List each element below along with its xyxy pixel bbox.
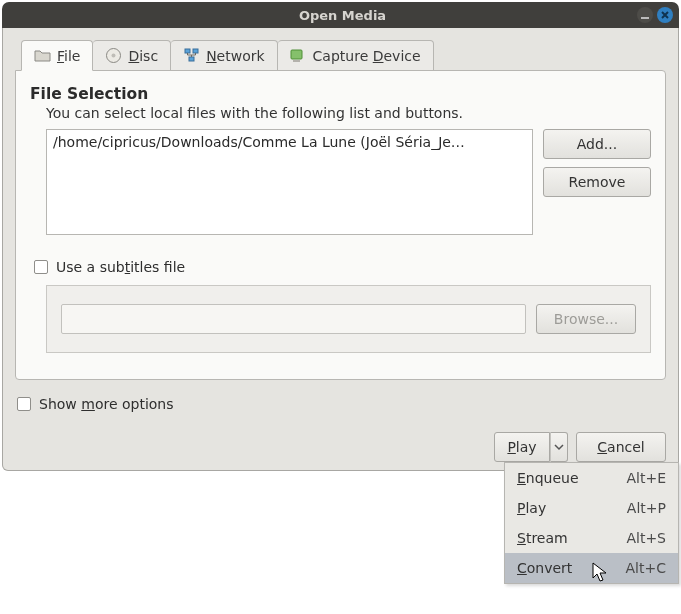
tab-file[interactable]: File <box>21 40 93 71</box>
svg-rect-4 <box>193 49 198 53</box>
window-title: Open Media <box>48 8 637 23</box>
cancel-button[interactable]: Cancel <box>576 432 666 462</box>
folder-icon <box>34 47 51 64</box>
svg-rect-6 <box>291 50 302 59</box>
use-subtitles-checkbox[interactable] <box>34 260 48 274</box>
minimize-button[interactable] <box>637 7 653 23</box>
menu-item-shortcut: Alt+S <box>626 530 666 546</box>
window-controls <box>637 7 673 23</box>
browse-button: Browse... <box>536 304 636 334</box>
disc-icon <box>105 47 122 64</box>
tab-page-file: File Selection You can select local file… <box>15 70 666 380</box>
capture-icon <box>290 47 307 64</box>
file-selection-heading: File Selection <box>30 85 651 103</box>
play-split-button: Play <box>494 432 568 462</box>
menu-item-label: Convert <box>517 560 572 576</box>
file-list[interactable]: /home/cipricus/Downloads/Comme La Lune (… <box>46 129 533 235</box>
menu-item-label: Stream <box>517 530 568 546</box>
tab-disc-label: Disc <box>128 48 158 64</box>
tab-network-label: Network <box>206 48 264 64</box>
menu-item-shortcut: Alt+C <box>626 560 666 576</box>
show-more-options-checkbox[interactable] <box>17 397 31 411</box>
close-button[interactable] <box>657 7 673 23</box>
titlebar: Open Media <box>2 2 679 28</box>
client-area: File Disc Network Capture Device <box>2 28 679 471</box>
svg-point-2 <box>112 54 116 58</box>
dialog-actions: Play Cancel <box>15 432 666 462</box>
menu-item-label: Enqueue <box>517 470 579 486</box>
tab-network[interactable]: Network <box>171 40 277 71</box>
svg-rect-0 <box>641 17 649 19</box>
svg-rect-3 <box>185 49 190 53</box>
menu-item-shortcut: Alt+P <box>627 500 666 516</box>
subtitles-path-field <box>61 304 526 334</box>
svg-rect-5 <box>189 57 194 61</box>
show-more-options-label: Show more options <box>39 396 174 412</box>
open-media-dialog: Open Media File Disc <box>2 2 679 471</box>
menu-item-label: Play <box>517 500 546 516</box>
tab-file-label: File <box>57 48 80 64</box>
tab-disc[interactable]: Disc <box>93 40 171 71</box>
menu-item-enqueue[interactable]: Enqueue Alt+E <box>505 463 678 493</box>
tab-capture[interactable]: Capture Device <box>278 40 434 71</box>
network-icon <box>183 47 200 64</box>
play-menu: Enqueue Alt+E Play Alt+P Stream Alt+S Co… <box>504 462 679 584</box>
remove-button[interactable]: Remove <box>543 167 651 197</box>
tab-bar: File Disc Network Capture Device <box>21 40 666 70</box>
play-button[interactable]: Play <box>494 432 550 462</box>
file-selection-subtext: You can select local files with the foll… <box>46 105 651 121</box>
tab-capture-label: Capture Device <box>313 48 421 64</box>
menu-item-play[interactable]: Play Alt+P <box>505 493 678 523</box>
menu-item-stream[interactable]: Stream Alt+S <box>505 523 678 553</box>
play-dropdown-arrow[interactable] <box>550 432 568 462</box>
subtitles-frame: Browse... <box>46 285 651 353</box>
chevron-down-icon <box>554 439 564 455</box>
menu-item-convert[interactable]: Convert Alt+C <box>505 553 678 583</box>
file-list-item[interactable]: /home/cipricus/Downloads/Comme La Lune (… <box>53 134 465 150</box>
menu-item-shortcut: Alt+E <box>626 470 666 486</box>
add-button[interactable]: Add... <box>543 129 651 159</box>
svg-rect-7 <box>293 60 300 62</box>
use-subtitles-label: Use a subtitles file <box>56 259 185 275</box>
